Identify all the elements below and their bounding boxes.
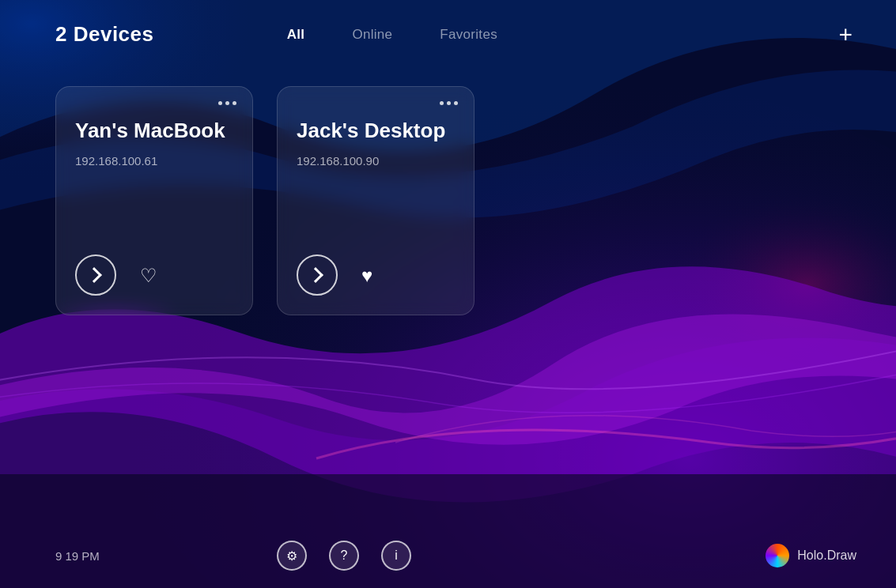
add-device-button[interactable]: + [834, 23, 856, 47]
heart-filled-icon [361, 263, 372, 288]
question-icon: ? [341, 548, 348, 563]
footer-icons: ⚙ ? i [277, 541, 411, 571]
settings-button[interactable]: ⚙ [277, 541, 307, 571]
nav-tabs: All Online Favorites [287, 27, 497, 43]
chevron-right-icon [308, 267, 323, 283]
header: 2 Devices All Online Favorites + [0, 0, 896, 62]
brand-area: Holo.Draw [766, 544, 856, 567]
card-menu-desktop[interactable] [440, 101, 458, 105]
tab-online[interactable]: Online [352, 27, 392, 43]
device-ip-desktop: 192.168.100.90 [297, 154, 455, 168]
gear-icon: ⚙ [286, 548, 297, 564]
help-button[interactable]: ? [329, 541, 359, 571]
menu-dot [447, 101, 451, 105]
device-name-desktop: Jack's Desktop [297, 119, 455, 143]
info-icon: i [395, 548, 398, 563]
footer: 9 19 PM ⚙ ? i Holo.Draw [0, 525, 896, 588]
menu-dot [225, 101, 229, 105]
device-ip-macbook: 192.168.100.61 [75, 154, 233, 168]
tab-favorites[interactable]: Favorites [440, 27, 497, 43]
chevron-right-icon [86, 267, 102, 283]
time-display: 9 19 PM [55, 549, 100, 563]
heart-outline-icon [140, 263, 157, 288]
device-card-desktop[interactable]: Jack's Desktop 192.168.100.90 [277, 86, 474, 315]
devices-count: 2 Devices [55, 22, 153, 47]
brand-name: Holo.Draw [797, 548, 856, 563]
info-button[interactable]: i [381, 541, 411, 571]
devices-grid: Yan's MacBook 192.168.100.61 Jack's Desk… [0, 70, 896, 331]
menu-dot [440, 101, 444, 105]
card-menu-macbook[interactable] [218, 101, 236, 105]
connect-button-macbook[interactable] [75, 254, 116, 296]
device-name-macbook: Yan's MacBook [75, 119, 233, 143]
card-actions-desktop [297, 231, 455, 296]
brand-logo-icon [766, 544, 789, 567]
tab-all[interactable]: All [287, 27, 305, 43]
card-actions-macbook [75, 231, 233, 296]
menu-dot [233, 101, 236, 105]
favorite-button-macbook[interactable] [140, 263, 157, 288]
connect-button-desktop[interactable] [297, 254, 338, 296]
favorite-button-desktop[interactable] [361, 263, 372, 288]
menu-dot [218, 101, 222, 105]
menu-dot [454, 101, 458, 105]
device-card-macbook[interactable]: Yan's MacBook 192.168.100.61 [55, 86, 253, 315]
